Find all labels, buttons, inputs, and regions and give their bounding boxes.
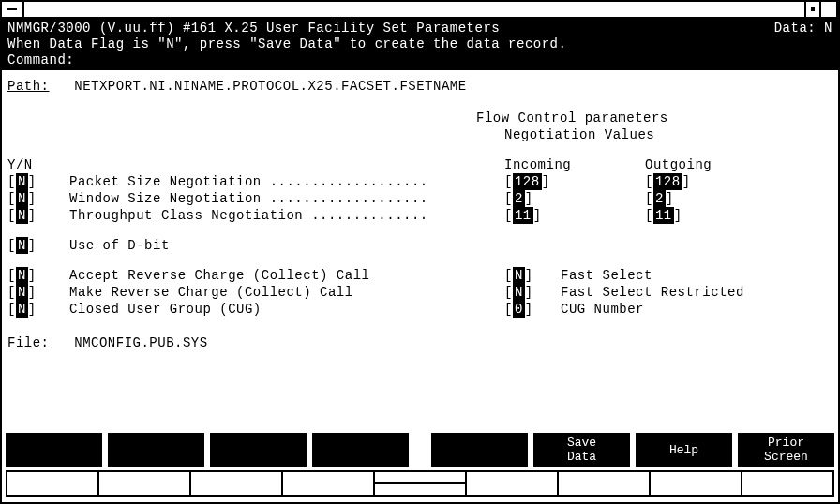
status-cell <box>99 472 191 495</box>
fkey-f5[interactable] <box>431 433 528 467</box>
outgoing-field[interactable]: [2 ] <box>645 190 674 207</box>
terminal-window: NMMGR/3000 (V.uu.ff) #161 X.25 User Faci… <box>0 0 840 504</box>
body-area: Path: NETXPORT.NI.NINAME.PROTOCOL.X25.FA… <box>2 70 838 351</box>
data-flag: Data: N <box>774 21 832 37</box>
screen-header: NMMGR/3000 (V.uu.ff) #161 X.25 User Faci… <box>2 19 838 70</box>
yn-field[interactable]: [N] <box>504 284 533 301</box>
param-label: Window Size Negotiation ................… <box>69 190 504 207</box>
yn-field[interactable]: [N] <box>8 237 37 254</box>
fkey-f4[interactable] <box>312 433 409 467</box>
path-label: Path: <box>8 79 50 94</box>
path-line: Path: NETXPORT.NI.NINAME.PROTOCOL.X25.FA… <box>8 78 832 95</box>
cug-number-field[interactable]: [0 ] <box>504 301 533 318</box>
status-bar <box>6 470 834 497</box>
opt-label: Fast Select <box>561 267 832 284</box>
opt-row-accept-reverse: [N] Accept Reverse Charge (Collect) Call… <box>8 267 832 284</box>
path-value: NETXPORT.NI.NINAME.PROTOCOL.X25.FACSET.F… <box>74 79 466 94</box>
param-row-throughput: [N] Throughput Class Negotiation .......… <box>8 207 832 224</box>
param-label: Packet Size Negotiation ................… <box>69 173 504 190</box>
status-cell <box>467 472 559 495</box>
content-area: NMMGR/3000 (V.uu.ff) #161 X.25 User Faci… <box>2 19 838 351</box>
window-maximize-icon[interactable] <box>821 2 838 17</box>
yn-field[interactable]: [N] <box>8 173 37 190</box>
param-row-packet: [N] Packet Size Negotiation ............… <box>8 173 832 190</box>
titlebar-spacer <box>24 2 804 17</box>
opt-row-cug: [N] Closed User Group (CUG) [0 ] CUG Num… <box>8 301 832 318</box>
file-line: File: NMCONFIG.PUB.SYS <box>8 334 832 351</box>
flow-subheading: Negotiation Values <box>8 126 832 143</box>
status-cell <box>651 472 742 495</box>
status-cell <box>191 472 283 495</box>
incoming-header: Incoming <box>504 157 571 172</box>
fkey-prior-screen[interactable]: Prior Screen <box>738 433 834 467</box>
status-cell <box>742 472 832 495</box>
opt-label: CUG Number <box>561 301 832 318</box>
yn-header: Y/N <box>8 157 33 172</box>
opt-label: Make Reverse Charge (Collect) Call <box>69 284 504 301</box>
column-headers: Y/N Incoming Outgoing <box>8 156 832 173</box>
opt-label: Closed User Group (CUG) <box>69 301 504 318</box>
param-label: Throughput Class Negotiation ...........… <box>69 207 504 224</box>
yn-field[interactable]: [N] <box>504 267 533 284</box>
yn-field[interactable]: [N] <box>8 267 37 284</box>
opt-row-make-reverse: [N] Make Reverse Charge (Collect) Call [… <box>8 284 832 301</box>
yn-field[interactable]: [N] <box>8 207 37 224</box>
file-label: File: <box>8 335 50 350</box>
opt-label: Accept Reverse Charge (Collect) Call <box>69 267 504 284</box>
dbit-label: Use of D-bit <box>69 237 504 254</box>
screen-title: NMMGR/3000 (V.uu.ff) #161 X.25 User Faci… <box>8 21 500 37</box>
window-minimize-icon[interactable] <box>804 2 821 17</box>
yn-field[interactable]: [N] <box>8 301 37 318</box>
outgoing-field[interactable]: [128 ] <box>645 173 691 190</box>
window-titlebar <box>2 2 838 19</box>
function-keys: Save Data Help Prior Screen <box>6 433 834 467</box>
param-row-window: [N] Window Size Negotiation ............… <box>8 190 832 207</box>
incoming-field[interactable]: [2 ] <box>504 190 533 207</box>
command-label: Command: <box>8 52 832 68</box>
status-cell <box>283 472 375 495</box>
outgoing-header: Outgoing <box>645 157 712 172</box>
fkey-f2[interactable] <box>108 433 204 467</box>
status-mid <box>375 472 467 495</box>
flow-heading: Flow Control parameters <box>8 110 832 126</box>
fkey-save-data[interactable]: Save Data <box>533 433 630 467</box>
file-value: NMCONFIG.PUB.SYS <box>74 335 207 350</box>
instruction-text: When Data Flag is "N", press "Save Data"… <box>8 37 832 52</box>
incoming-field[interactable]: [11] <box>504 207 542 224</box>
outgoing-field[interactable]: [11] <box>645 207 682 224</box>
dbit-row: [N] Use of D-bit <box>8 237 832 254</box>
status-cell <box>559 472 651 495</box>
fkey-help[interactable]: Help <box>636 433 732 467</box>
opt-label: Fast Select Restricted <box>561 284 832 301</box>
fkey-f1[interactable] <box>6 433 102 467</box>
window-menu-icon[interactable] <box>2 2 24 17</box>
incoming-field[interactable]: [128 ] <box>504 173 550 190</box>
status-cell <box>8 472 99 495</box>
yn-field[interactable]: [N] <box>8 284 37 301</box>
yn-field[interactable]: [N] <box>8 190 37 207</box>
fkey-f3[interactable] <box>210 433 307 467</box>
